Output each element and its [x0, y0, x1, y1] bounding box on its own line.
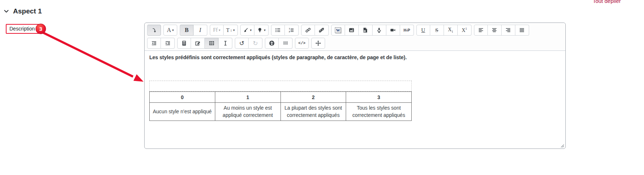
caret-down-icon: ▾: [219, 29, 220, 32]
table-cell[interactable]: Aucun style n'est appliqué: [150, 103, 215, 121]
text-color-button[interactable]: ▾: [240, 25, 255, 36]
table-body-row: Aucun style n'est appliqué Au moins un s…: [150, 103, 412, 121]
strikethrough-button[interactable]: S: [430, 25, 444, 36]
move-arrows-icon: [315, 40, 321, 46]
accessibility-checker-button[interactable]: [265, 38, 279, 49]
align-right-icon: [505, 27, 511, 33]
italic-icon: I: [199, 27, 201, 33]
undo-icon: ↺: [239, 40, 244, 46]
snippet-button[interactable]: [191, 38, 205, 49]
insert-image-button[interactable]: [345, 25, 359, 36]
html-code-icon: </>: [298, 41, 306, 45]
font-family-button[interactable]: Ff▾: [210, 25, 224, 36]
subscript-icon: X1: [448, 27, 453, 33]
link-button[interactable]: [301, 25, 315, 36]
outdent-icon: [151, 40, 157, 46]
clear-formatting-button[interactable]: [219, 38, 232, 49]
screenreader-helper-button[interactable]: [279, 38, 292, 49]
table-button[interactable]: [205, 38, 219, 49]
table-header-cell[interactable]: 0: [150, 92, 215, 103]
edit-pencil-square-icon: [195, 40, 201, 46]
insert-media-button[interactable]: [359, 25, 373, 36]
subscript-base: X: [448, 27, 452, 32]
rich-text-editor: A▾ B I Ff▾ T↕▾ ▾ ▾ 12 W: [144, 23, 566, 149]
unlink-icon: [319, 27, 324, 33]
rubric-description-paragraph: Les styles prédéfinis sont correctement …: [149, 54, 561, 60]
redo-button[interactable]: ↻: [249, 38, 262, 49]
table-header-cell[interactable]: 2: [281, 92, 346, 103]
align-center-button[interactable]: [488, 25, 502, 36]
table-cell[interactable]: Au moins un style est appliqué correctem…: [215, 103, 281, 121]
record-audio-button[interactable]: [373, 25, 386, 36]
bullet-list-button[interactable]: [271, 25, 285, 36]
toolbar-row-1: A▾ B I Ff▾ T↕▾ ▾ ▾ 12 W: [147, 25, 563, 36]
video-camera-icon: [390, 27, 396, 33]
toolbar-row-2: ↺ ↻ </>: [147, 38, 563, 49]
link-icon: [305, 27, 311, 33]
table-header-cell[interactable]: 1: [215, 92, 281, 103]
paragraph-format-button[interactable]: A▾: [163, 25, 177, 36]
h5p-button[interactable]: H-P: [400, 25, 414, 36]
h5p-icon: H-P: [404, 28, 410, 32]
section-header: Aspect 1: [4, 7, 42, 15]
align-center-icon: [491, 27, 497, 33]
editor-content-area[interactable]: Les styles prédéfinis sont correctement …: [145, 51, 565, 149]
resize-handle-icon[interactable]: [560, 143, 564, 148]
outdent-button[interactable]: [147, 38, 161, 49]
subscript-button[interactable]: X1: [444, 25, 458, 36]
updown-arrow-icon: ↕: [230, 28, 232, 32]
numbered-list-button[interactable]: 12: [285, 25, 299, 36]
collapse-toolbar-button[interactable]: [147, 25, 161, 36]
lightbulb-icon: [257, 27, 263, 33]
align-left-button[interactable]: [474, 25, 488, 36]
html-source-button[interactable]: </>: [295, 38, 309, 49]
indent-button[interactable]: [161, 38, 175, 49]
bold-button[interactable]: B: [180, 25, 194, 36]
justify-button[interactable]: [515, 25, 529, 36]
redo-icon: ↻: [253, 40, 258, 46]
subscript-index: 1: [452, 30, 453, 33]
table-cell[interactable]: Tous les styles sont correctement appliq…: [346, 103, 412, 121]
record-video-button[interactable]: [386, 25, 400, 36]
undo-button[interactable]: ↺: [235, 38, 249, 49]
word-icon: W: [335, 27, 341, 33]
svg-text:2: 2: [289, 30, 290, 33]
caret-down-icon: ▾: [250, 29, 252, 32]
highlight-color-button[interactable]: ▾: [254, 25, 269, 36]
strikethrough-icon: S: [435, 27, 438, 33]
drag-move-button[interactable]: [311, 38, 325, 49]
table-icon: [209, 40, 215, 46]
image-icon: [349, 27, 354, 33]
align-right-button[interactable]: [502, 25, 515, 36]
rubric-table: 0 1 2 3 Aucun style n'est appliqué Au mo…: [149, 91, 412, 121]
description-label: Description: [9, 26, 35, 32]
caret-down-icon: ▾: [264, 29, 266, 32]
expand-all-link[interactable]: Tout déplier: [593, 0, 621, 4]
font-family-icon: Ff: [213, 27, 217, 33]
table-caption-placeholder[interactable]: [149, 81, 412, 91]
underline-button[interactable]: U: [416, 25, 430, 36]
table-cell[interactable]: La plupart des styles sont correctement …: [281, 103, 346, 121]
bold-icon: B: [185, 27, 189, 33]
chevron-down-icon[interactable]: [4, 9, 9, 14]
annotation-count-badge: 3: [36, 24, 46, 34]
font-size-button[interactable]: T↕▾: [224, 25, 238, 36]
calculator-icon: [181, 40, 187, 46]
table-header-cell[interactable]: 3: [346, 92, 412, 103]
paintbrush-icon: [243, 27, 249, 33]
equation-button[interactable]: [177, 38, 191, 49]
superscript-index: 1: [465, 27, 467, 30]
caret-down-icon: ▾: [172, 29, 174, 32]
accessibility-icon: [269, 40, 275, 46]
svg-text:1: 1: [289, 28, 290, 30]
annotation-arrow: [38, 31, 150, 86]
italic-button[interactable]: I: [194, 25, 207, 36]
superscript-base: X: [462, 28, 465, 33]
unlink-button[interactable]: [315, 25, 329, 36]
numbered-list-icon: 12: [288, 27, 294, 33]
bullet-list-icon: [275, 27, 281, 33]
superscript-button[interactable]: X1: [458, 25, 471, 36]
table-header-row: 0 1 2 3: [150, 92, 412, 103]
word-import-button[interactable]: W: [331, 25, 345, 36]
underline-icon: U: [421, 27, 425, 33]
